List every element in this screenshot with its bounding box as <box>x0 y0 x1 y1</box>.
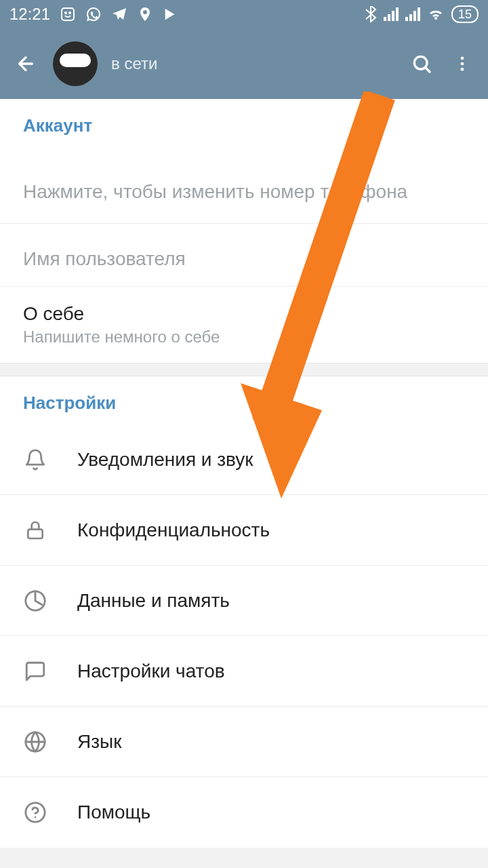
phone-row[interactable]: Нажмите, чтобы изменить номер телефона <box>0 147 488 224</box>
account-header: Аккаунт <box>0 99 488 147</box>
svg-point-2 <box>69 12 70 14</box>
back-button[interactable] <box>12 50 39 77</box>
more-vert-icon <box>453 54 472 73</box>
svg-rect-15 <box>28 529 42 538</box>
signal-icon-1 <box>384 7 399 21</box>
wifi-icon <box>427 7 445 21</box>
data-icon <box>23 589 47 613</box>
username-row[interactable]: Имя пользователя <box>0 224 488 287</box>
about-title: О себе <box>23 303 465 325</box>
settings-item-data[interactable]: Данные и память <box>0 566 488 636</box>
about-hint: Напишите немного о себе <box>23 328 465 347</box>
battery-indicator: 15 <box>451 5 479 23</box>
android-status-bar: 12:21 15 <box>0 0 488 28</box>
svg-rect-8 <box>409 14 412 21</box>
smile-icon <box>60 6 76 22</box>
settings-label: Язык <box>77 731 121 753</box>
app-bar: в сети <box>0 28 488 99</box>
settings-item-privacy[interactable]: Конфиденциальность <box>0 495 488 566</box>
settings-item-notifications[interactable]: Уведомления и звук <box>0 425 488 495</box>
svg-rect-7 <box>405 17 408 21</box>
phone-hint: Нажмите, чтобы изменить номер телефона <box>23 181 465 203</box>
signal-icon-2 <box>405 7 420 21</box>
svg-point-1 <box>65 12 66 14</box>
svg-rect-6 <box>396 7 399 21</box>
settings-header: Настройки <box>0 376 488 425</box>
settings-section: Настройки Уведомления и звук Конфиденциа… <box>0 376 488 848</box>
lock-icon <box>23 518 47 542</box>
settings-label: Уведомления и звук <box>77 449 253 471</box>
svg-rect-9 <box>413 11 416 21</box>
svg-point-12 <box>461 57 464 60</box>
status-left: 12:21 <box>9 5 178 24</box>
svg-point-14 <box>461 68 464 71</box>
username-label: Имя пользователя <box>23 248 465 270</box>
settings-list: Уведомления и звук Конфиденциальность Да… <box>0 425 488 848</box>
version-footer: Telegram для Android v5.11.0 (1705) arm6… <box>0 848 488 868</box>
svg-rect-4 <box>388 14 390 21</box>
avatar[interactable] <box>53 41 98 86</box>
telegram-icon <box>111 6 127 22</box>
settings-label: Конфиденциальность <box>77 519 270 541</box>
settings-item-language[interactable]: Язык <box>0 707 488 777</box>
account-section: Аккаунт Нажмите, чтобы изменить номер те… <box>0 99 488 363</box>
version-text: Telegram для Android v5.11.0 (1705) arm6… <box>0 865 488 868</box>
svg-rect-3 <box>384 17 386 21</box>
settings-label: Помощь <box>77 802 150 823</box>
play-icon <box>163 7 178 22</box>
about-row[interactable]: О себе Напишите немного о себе <box>0 287 488 363</box>
status-time: 12:21 <box>9 5 50 24</box>
chat-icon <box>23 659 47 684</box>
help-icon <box>23 800 47 825</box>
svg-point-13 <box>461 62 464 66</box>
svg-rect-10 <box>418 7 420 21</box>
svg-point-19 <box>35 816 37 818</box>
search-button[interactable] <box>408 50 435 77</box>
svg-rect-0 <box>62 8 74 20</box>
bluetooth-icon <box>365 6 377 22</box>
settings-label: Настройки чатов <box>77 660 225 682</box>
settings-item-help[interactable]: Помощь <box>0 777 488 848</box>
section-divider <box>0 363 488 376</box>
settings-item-chats[interactable]: Настройки чатов <box>0 636 488 707</box>
whatsapp-icon <box>85 6 102 22</box>
user-status: в сети <box>111 54 394 73</box>
settings-label: Данные и память <box>77 590 230 612</box>
status-right: 15 <box>365 5 479 23</box>
bell-icon <box>23 448 47 472</box>
user-info: в сети <box>111 54 394 73</box>
search-icon <box>411 53 432 75</box>
overflow-menu-button[interactable] <box>449 50 476 77</box>
maps-icon <box>137 6 153 22</box>
globe-icon <box>23 730 47 754</box>
svg-rect-5 <box>392 11 394 21</box>
